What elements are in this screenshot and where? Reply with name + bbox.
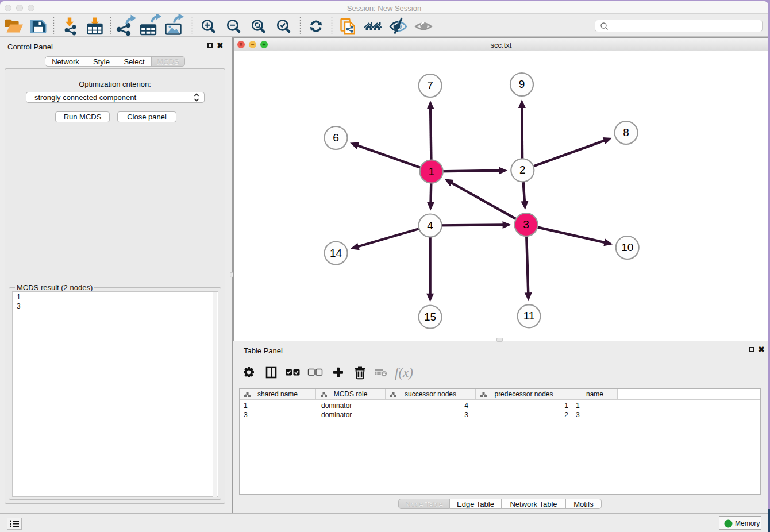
svg-text:2: 2 (519, 164, 526, 176)
svg-text:7: 7 (427, 79, 433, 91)
svg-text:11: 11 (523, 310, 535, 322)
svg-text:1: 1 (428, 165, 434, 178)
svg-text:4: 4 (427, 219, 433, 232)
svg-text:9: 9 (519, 78, 525, 90)
svg-text:3: 3 (523, 218, 529, 230)
svg-text:10: 10 (621, 241, 633, 253)
svg-text:14: 14 (330, 247, 342, 259)
svg-text:f(x): f(x) (395, 365, 413, 380)
svg-text:6: 6 (333, 132, 339, 144)
svg-text:15: 15 (424, 311, 436, 323)
svg-text:8: 8 (623, 126, 629, 138)
